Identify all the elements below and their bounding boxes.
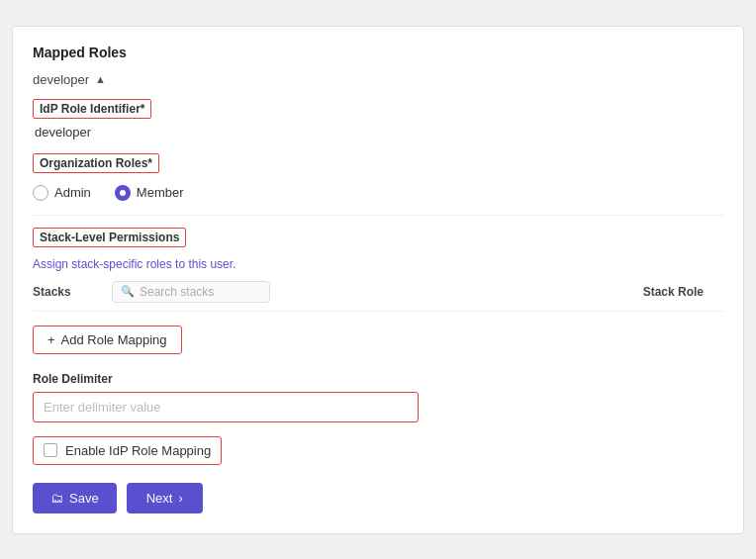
enable-mapping-checkbox[interactable] [44,443,57,457]
org-roles-section: Organization Roles* Admin Member [33,153,723,201]
footer-buttons: 🗂 Save Next › [33,483,723,513]
main-panel: Mapped Roles developer ▲ IdP Role Identi… [12,26,744,534]
save-icon: 🗂 [50,491,63,506]
idp-role-label: IdP Role Identifier* [33,99,151,119]
add-role-mapping-label: Add Role Mapping [61,332,167,347]
enable-mapping-label: Enable IdP Role Mapping [65,443,211,458]
radio-circle-admin [33,185,48,201]
delimiter-input[interactable] [33,392,419,422]
idp-role-value: developer [33,125,723,140]
stacks-row: Stacks 🔍 Search stacks Stack Role [33,281,723,312]
next-icon: › [178,491,182,506]
page-title: Mapped Roles [33,45,723,60]
save-button[interactable]: 🗂 Save [33,483,117,513]
search-stacks-input[interactable]: 🔍 Search stacks [112,281,270,303]
radio-admin-label: Admin [54,185,91,200]
radio-member[interactable]: Member [115,185,184,201]
idp-role-field: IdP Role Identifier* developer [33,99,723,140]
org-roles-label: Organization Roles* [33,153,159,173]
developer-label: developer [33,72,89,87]
radio-admin[interactable]: Admin [33,185,91,201]
stack-permissions-section: Stack-Level Permissions Assign stack-spe… [33,228,723,312]
next-label: Next [146,491,173,506]
next-button[interactable]: Next › [127,483,203,513]
radio-member-label: Member [137,185,184,200]
stack-permissions-desc: Assign stack-specific roles to this user… [33,257,723,271]
search-icon: 🔍 [121,285,135,298]
org-roles-radio-group: Admin Member [33,185,723,201]
developer-section-toggle[interactable]: developer ▲ [33,72,723,87]
stack-role-col-label: Stack Role [643,285,723,299]
stacks-col-label: Stacks [33,285,112,299]
role-delimiter-section: Role Delimiter [33,372,723,422]
divider-1 [33,215,723,216]
radio-circle-member [115,185,131,201]
add-icon: + [47,332,55,347]
role-delimiter-label: Role Delimiter [33,372,723,386]
search-stacks-placeholder: Search stacks [140,285,214,299]
save-label: Save [69,491,99,506]
add-role-mapping-button[interactable]: + Add Role Mapping [33,326,182,354]
stack-permissions-label: Stack-Level Permissions [33,228,186,247]
enable-idp-role-mapping-row[interactable]: Enable IdP Role Mapping [33,436,222,465]
chevron-up-icon: ▲ [95,73,106,85]
